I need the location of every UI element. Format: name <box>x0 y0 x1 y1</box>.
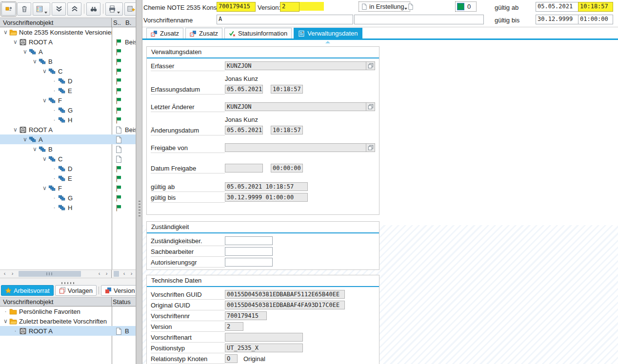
scroll-left-icon[interactable]: ‹ <box>96 270 103 277</box>
tab-version-e[interactable]: Version e <box>101 285 136 296</box>
value-field[interactable]: 00155D0450381EDBABAF5112E65B40EE <box>225 290 345 299</box>
scrollbar-thumb-small[interactable] <box>114 271 119 277</box>
input-field[interactable] <box>225 247 273 256</box>
tree-node[interactable]: ·G <box>0 107 112 114</box>
scroll-left-icon[interactable]: ‹ <box>1 270 8 277</box>
panel-splitter-vertical[interactable] <box>136 0 142 364</box>
date-field[interactable] <box>225 164 263 172</box>
horizontal-scrollbar[interactable]: ‹ › ‹ › ‹ › <box>0 269 136 278</box>
tab-zusatz[interactable]: Zusatz <box>185 28 222 38</box>
tree-node[interactable]: ·D <box>0 77 112 85</box>
tree-node[interactable]: ∨Zuletzt bearbeitete Vorschriften <box>0 318 112 325</box>
print-button[interactable] <box>105 2 123 16</box>
tree-node[interactable]: ∨B <box>0 146 112 153</box>
tree-node[interactable]: ∨F <box>0 185 112 192</box>
time-field[interactable]: 10:18:57 <box>271 126 303 134</box>
tree-node[interactable]: ·Persönliche Favoriten <box>0 308 112 315</box>
status-count-button[interactable]: 0 <box>455 1 477 12</box>
tree-row[interactable]: ·D <box>0 164 136 173</box>
expand-all-button[interactable] <box>67 2 81 16</box>
vorschriftenname-field-2[interactable] <box>354 15 484 24</box>
tree-node[interactable]: ·H <box>0 204 112 211</box>
tree-node[interactable]: ·E <box>0 175 112 182</box>
tree-node[interactable]: ·D <box>0 165 112 172</box>
collapse-icon[interactable]: ∨ <box>2 29 9 36</box>
time-field[interactable]: 10:18:57 <box>271 85 303 94</box>
tree-node[interactable]: ·E <box>0 87 112 95</box>
tree-row[interactable]: ∨B <box>0 144 136 154</box>
tree-node[interactable]: ∨ROOT A <box>0 38 112 46</box>
tree-row[interactable]: ·ROOT AB <box>0 326 136 336</box>
tree-node[interactable]: ∨C <box>0 68 112 75</box>
value-field[interactable] <box>225 333 303 342</box>
value-field[interactable]: 30.12.9999 01:00:00 <box>225 193 308 202</box>
version-field[interactable]: 2 <box>280 2 299 12</box>
value-field[interactable]: 00155D0450381EDBABAF4FA93D17C0EE <box>225 301 345 309</box>
value-field[interactable]: 2 <box>225 322 243 331</box>
find-button[interactable] <box>86 2 100 16</box>
value-help-button[interactable] <box>366 61 375 70</box>
tab-statusinformation[interactable]: Statusinformation <box>224 28 292 38</box>
value-help-button[interactable] <box>366 143 375 152</box>
collapse-icon[interactable]: ∨ <box>31 58 39 65</box>
assign-node-button[interactable] <box>1 2 16 16</box>
tab-arbeitsvorrat[interactable]: Arbeitsvorrat <box>1 285 54 296</box>
collapse-icon[interactable]: ∨ <box>2 318 9 325</box>
scroll-left-icon[interactable]: ‹ <box>120 270 128 277</box>
tree-row[interactable]: ∨F <box>0 183 136 193</box>
status-button[interactable]: in Erstellung <box>359 1 410 12</box>
collapse-icon[interactable]: ∨ <box>41 97 48 104</box>
delete-button[interactable] <box>17 2 31 16</box>
tree-row[interactable]: ∨B <box>0 57 136 66</box>
tree-node[interactable]: ·G <box>0 194 112 202</box>
value-field[interactable]: UT_2535_X <box>225 344 303 352</box>
tree-row[interactable]: ∨C <box>0 154 136 164</box>
value-field[interactable]: 700179415 <box>225 311 267 320</box>
time-field[interactable]: 00:00:00 <box>271 164 303 172</box>
tree-node[interactable]: ∨A <box>0 48 112 56</box>
value-help-button[interactable] <box>366 102 375 111</box>
tree-node[interactable]: ∨B <box>0 58 112 65</box>
gueltig-bis-date-field[interactable]: 30.12.9999 <box>536 15 578 24</box>
collapse-icon[interactable]: ∨ <box>41 185 48 192</box>
tree-node[interactable]: ∨C <box>0 155 112 163</box>
tree-row[interactable]: ∨ROOT ABeisp <box>0 125 136 134</box>
tree-row[interactable]: ·D <box>0 76 136 86</box>
tree-row[interactable]: ∨Zuletzt bearbeitete Vorschriften <box>0 316 136 326</box>
collapse-icon[interactable]: ∨ <box>31 146 39 153</box>
tree-row[interactable]: ·G <box>0 193 136 203</box>
user-field[interactable]: KUNZJON <box>225 102 366 111</box>
code-field[interactable]: O <box>225 354 238 363</box>
scroll-right-icon[interactable]: › <box>9 270 16 277</box>
collapse-icon[interactable]: ∨ <box>21 48 29 55</box>
tree-node[interactable]: ∨F <box>0 97 112 104</box>
collapse-icon[interactable]: ∨ <box>12 126 19 133</box>
user-field[interactable] <box>225 143 366 152</box>
user-field[interactable]: KUNZJON <box>225 61 366 70</box>
tree-row[interactable]: ·H <box>0 203 136 212</box>
scroll-right-icon[interactable]: › <box>103 270 110 277</box>
display-options-button[interactable] <box>33 2 50 16</box>
tree-node[interactable]: ∨Note 2535 Konsistente Versionier <box>0 29 112 36</box>
scroll-right-icon[interactable]: › <box>128 270 135 277</box>
tree-node[interactable]: ·H <box>0 116 112 124</box>
collapse-icon[interactable]: ∨ <box>12 38 19 45</box>
tree-row[interactable]: ∨A <box>0 47 136 57</box>
value-field[interactable]: 05.05.2021 10:18:57 <box>225 182 308 191</box>
tree-row[interactable]: ∨C <box>0 66 136 76</box>
tree-row[interactable]: ∨Note 2535 Konsistente Versionier <box>0 27 136 37</box>
date-field[interactable]: 05.05.2021 <box>225 85 263 94</box>
gueltig-ab-time-field[interactable]: 10:18:57 <box>578 2 613 12</box>
tree-row[interactable]: ∨F <box>0 96 136 105</box>
collapse-icon[interactable]: ∨ <box>21 136 29 143</box>
tree-node[interactable]: ·ROOT A <box>0 327 112 335</box>
tab-vorlagen[interactable]: Vorlagen <box>55 285 97 296</box>
tree-row[interactable]: ·Persönliche Favoriten <box>0 307 136 316</box>
scrollbar-thumb[interactable] <box>19 271 81 277</box>
panel-splitter-horizontal[interactable] <box>0 278 136 285</box>
collapse-icon[interactable]: ∨ <box>41 68 48 75</box>
insert-table-button[interactable] <box>124 2 136 16</box>
tab-zusatz[interactable]: Zusatz <box>146 28 183 38</box>
tree-row[interactable]: ∨A <box>0 134 136 144</box>
input-field[interactable] <box>225 258 273 267</box>
